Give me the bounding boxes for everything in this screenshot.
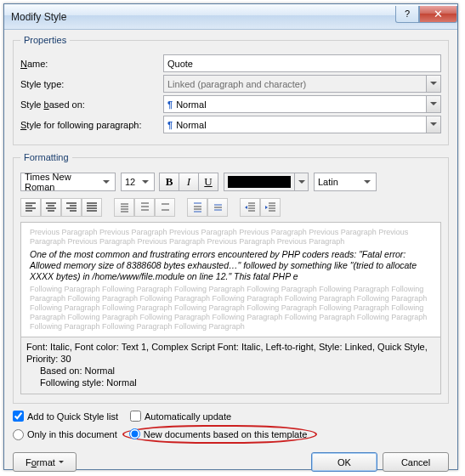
font-family-select[interactable]: Times New Roman: [20, 173, 116, 191]
italic-button[interactable]: I: [179, 173, 199, 191]
formatting-group: Formatting Times New Roman 12 B I U Lati…: [13, 152, 449, 404]
new-documents-template-radio[interactable]: New documents based on this template: [129, 428, 308, 439]
pilcrow-icon: ¶: [167, 120, 173, 130]
cancel-button[interactable]: Cancel: [383, 452, 449, 472]
align-center-button[interactable]: [41, 198, 61, 217]
preview-following: Following Paragraph Following Paragraph …: [30, 285, 432, 332]
chevron-down-icon[interactable]: [294, 173, 308, 190]
font-color-select[interactable]: [224, 173, 309, 191]
properties-legend: Properties: [20, 35, 70, 45]
preview-body: One of the most common and frustrating e…: [30, 249, 432, 282]
chevron-down-icon[interactable]: [100, 178, 111, 187]
ok-button[interactable]: OK: [311, 452, 377, 472]
preview-previous: Previous Paragraph Previous Paragraph Pr…: [30, 228, 432, 246]
chevron-down-icon[interactable]: [361, 178, 372, 187]
space-before-dec-button[interactable]: [207, 198, 228, 217]
chevron-down-icon[interactable]: [426, 96, 440, 112]
chevron-down-icon[interactable]: [139, 178, 150, 187]
titlebar[interactable]: Modify Style ? ✕: [4, 4, 457, 30]
chevron-down-icon[interactable]: [426, 116, 440, 133]
auto-update-checkbox[interactable]: Automatically update: [130, 411, 231, 422]
indent-decrease-button[interactable]: [240, 198, 260, 217]
name-label: Name:: [20, 59, 163, 69]
window-title: Modify Style: [11, 11, 395, 23]
line-spacing-1-button[interactable]: [114, 198, 134, 217]
chevron-down-icon: [59, 457, 64, 468]
pilcrow-icon: ¶: [167, 99, 173, 110]
line-spacing-2-button[interactable]: [155, 198, 175, 217]
add-quick-style-checkbox[interactable]: Add to Quick Style list: [13, 411, 118, 422]
line-spacing-15-button[interactable]: [134, 198, 155, 217]
underline-button[interactable]: U: [198, 173, 218, 191]
formatting-legend: Formatting: [20, 152, 72, 162]
help-button[interactable]: ?: [395, 6, 419, 23]
based-on-label: Style based on:: [20, 99, 163, 110]
color-swatch: [228, 176, 291, 188]
only-this-document-radio[interactable]: Only in this document: [13, 429, 117, 440]
font-size-select[interactable]: 12: [121, 173, 155, 191]
chevron-down-icon: [426, 76, 440, 92]
properties-group: Properties Name: Style type: Linked (par…: [13, 35, 449, 145]
align-left-button[interactable]: [20, 198, 41, 217]
align-right-button[interactable]: [61, 198, 82, 217]
based-on-select[interactable]: ¶Normal: [163, 95, 441, 113]
script-select[interactable]: Latin: [314, 173, 377, 191]
close-button[interactable]: ✕: [419, 6, 457, 23]
name-input[interactable]: [163, 54, 441, 72]
format-button[interactable]: Format: [13, 452, 77, 472]
indent-increase-button[interactable]: [260, 198, 281, 217]
bold-button[interactable]: B: [159, 173, 179, 191]
space-before-inc-button[interactable]: [187, 198, 207, 217]
style-description: Font: Italic, Font color: Text 1, Comple…: [20, 337, 441, 394]
highlight-ring: New documents based on this template: [122, 425, 318, 444]
align-justify-button[interactable]: [82, 198, 102, 217]
following-label: Style for following paragraph:: [20, 120, 163, 130]
following-select[interactable]: ¶Normal: [163, 116, 441, 133]
modify-style-dialog: Modify Style ? ✕ Properties Name: Style …: [3, 3, 458, 470]
style-type-select: Linked (paragraph and character): [163, 75, 441, 93]
style-type-label: Style type:: [20, 79, 163, 89]
preview-pane: Previous Paragraph Previous Paragraph Pr…: [20, 222, 441, 337]
